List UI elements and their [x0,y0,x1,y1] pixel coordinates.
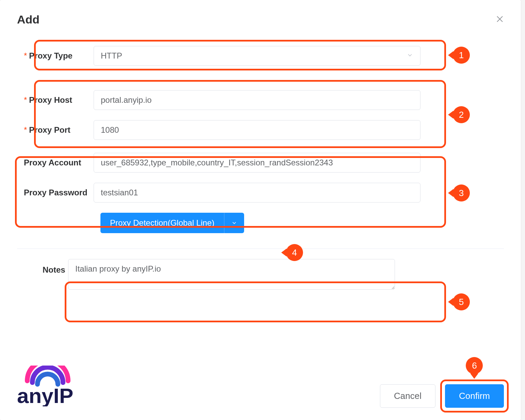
proxy-password-input[interactable] [94,183,420,203]
proxy-port-input[interactable] [94,120,420,140]
proxy-type-value: HTTP [101,51,122,61]
proxy-account-input[interactable] [94,153,420,173]
proxy-detection-label: Proxy Detection(Global Line) [100,213,224,233]
modal-title: Add [17,13,39,26]
proxy-password-label: Proxy Password [17,188,94,197]
divider [17,248,504,249]
anyip-logo: anyIP [17,366,106,408]
confirm-button[interactable]: Confirm [445,384,504,408]
proxy-type-label: *Proxy Type [17,51,94,61]
proxy-detection-dropdown[interactable] [224,213,244,233]
annotation-num-5: 5 [453,293,470,310]
proxy-port-label: *Proxy Port [17,125,94,135]
notes-textarea[interactable] [68,259,395,290]
annotation-num-6: 6 [466,357,483,374]
add-proxy-modal: Add *Proxy Type HTTP [0,0,521,420]
notes-label: Notes [17,259,68,275]
proxy-host-label: *Proxy Host [17,95,94,105]
form-area: *Proxy Type HTTP *Proxy Host [17,43,504,291]
modal-footer: anyIP Cancel Confirm 6 [17,366,504,408]
svg-text:anyIP: anyIP [17,384,73,406]
proxy-type-select[interactable]: HTTP [94,46,420,66]
proxy-detection-button[interactable]: Proxy Detection(Global Line) [100,213,244,233]
cancel-button[interactable]: Cancel [380,384,435,408]
proxy-host-input[interactable] [94,90,420,110]
close-icon[interactable] [496,15,504,25]
annotation-num-4: 4 [286,244,303,261]
chevron-down-icon [407,51,413,61]
modal-header: Add [17,13,504,26]
proxy-account-label: Proxy Account [17,158,94,167]
